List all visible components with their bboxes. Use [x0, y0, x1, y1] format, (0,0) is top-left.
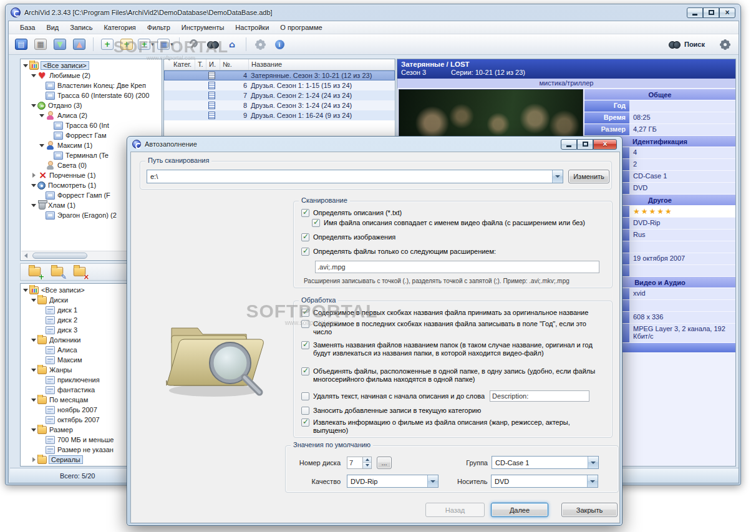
column-header[interactable]: №. — [220, 59, 249, 70]
tree-item[interactable]: <Все записи> — [21, 60, 162, 70]
collapse-icon[interactable] — [31, 295, 37, 305]
media-combo[interactable]: DVD — [491, 475, 598, 488]
search-button[interactable]: Поиск — [664, 39, 710, 50]
collapse-icon[interactable] — [39, 140, 46, 150]
expand-icon[interactable] — [31, 455, 37, 465]
checkbox[interactable] — [301, 418, 309, 427]
extensions-input[interactable] — [315, 261, 599, 273]
disc-number-stepper[interactable] — [363, 457, 372, 469]
delete-word-input[interactable] — [490, 390, 589, 402]
collapse-icon[interactable] — [22, 285, 29, 295]
tree-item[interactable]: Алиса (2) — [21, 110, 162, 120]
menu-item[interactable]: Категория — [99, 22, 140, 32]
wrench-icon[interactable] — [185, 36, 202, 52]
checkbox[interactable] — [301, 309, 309, 317]
database-icon[interactable]: ▤ — [12, 36, 30, 52]
close-button[interactable]: × — [719, 7, 735, 18]
dialog-minimize-button[interactable] — [561, 139, 577, 150]
add-category-icon[interactable]: + — [26, 264, 43, 280]
change-button[interactable]: Изменить — [568, 170, 609, 183]
tree-item[interactable]: Властелин Колец: Две Креп — [21, 80, 162, 90]
export-icon[interactable]: ▲ — [70, 36, 88, 52]
group-combo[interactable]: CD-Case 1 — [492, 456, 599, 469]
scroll-thumb[interactable] — [32, 253, 87, 259]
dialog-title-bar[interactable]: Автозаполнение × — [127, 137, 622, 152]
collapse-icon[interactable] — [31, 200, 37, 210]
autofill-icon[interactable]: +▾ — [137, 36, 155, 52]
spin-up-button[interactable] — [363, 457, 371, 463]
column-header[interactable]: И. — [206, 59, 220, 70]
collapse-icon[interactable] — [31, 335, 37, 345]
collapse-icon[interactable] — [31, 100, 37, 110]
collapse-icon[interactable] — [31, 425, 37, 435]
table-row[interactable]: 6Друзья. Сезон 1: 1-15 (15 из 24) — [164, 80, 395, 90]
title-bar[interactable]: ArchiVid 2.3.43 [C:\Program Files\ArchiV… — [6, 4, 740, 21]
home-icon[interactable]: ⌂ — [223, 36, 241, 52]
binoculars-icon[interactable] — [204, 36, 221, 52]
checkbox[interactable] — [301, 233, 309, 241]
quality-combo[interactable]: DVD-Rip — [347, 475, 439, 488]
dropdown-arrow-icon[interactable]: ▾ — [170, 41, 173, 47]
scroll-left-button[interactable] — [21, 252, 30, 259]
collapse-icon[interactable] — [22, 60, 29, 70]
checkbox[interactable] — [301, 341, 309, 349]
spin-down-button[interactable] — [363, 463, 371, 468]
checkbox[interactable] — [301, 209, 309, 217]
menu-item[interactable]: Запись — [65, 22, 97, 32]
disc-number-input[interactable] — [347, 457, 363, 469]
tree-item[interactable]: Отдано (3) — [21, 100, 162, 110]
collapse-icon[interactable] — [39, 110, 46, 120]
column-header[interactable]: Катег. — [164, 59, 195, 70]
minimize-button[interactable] — [687, 7, 703, 18]
tree-item[interactable]: Трасса 60 (Int — [21, 120, 162, 130]
collapse-icon[interactable] — [31, 70, 37, 80]
table-row[interactable]: 8Друзья. Сезон 3: 1-24 (24 из 24) — [164, 100, 395, 110]
next-button[interactable]: Далее — [491, 503, 548, 517]
collapse-icon[interactable] — [31, 395, 37, 405]
options-gear-icon[interactable] — [716, 36, 734, 52]
add-record-icon[interactable]: + — [99, 36, 116, 52]
records-icon[interactable]: ▦ — [32, 36, 49, 52]
dialog-maximize-button[interactable] — [577, 139, 593, 150]
menu-item[interactable]: Инструменты — [177, 22, 230, 32]
table-edit-icon[interactable]: ▦▾ — [157, 36, 174, 52]
checkbox[interactable] — [301, 407, 309, 415]
checkbox[interactable] — [301, 367, 309, 375]
collapse-icon[interactable] — [31, 365, 37, 375]
table-row[interactable]: 4Затерянные. Сезон 3: 10-21 (12 из 23) — [164, 70, 395, 80]
about-icon[interactable]: i — [271, 36, 288, 52]
add-folder-icon[interactable]: + — [118, 36, 135, 52]
combo-arrow-icon[interactable] — [587, 475, 598, 487]
tree-item[interactable]: Любимые (2) — [21, 70, 162, 80]
checkbox[interactable] — [301, 248, 309, 256]
column-header[interactable]: Название — [249, 59, 395, 70]
combo-arrow-icon[interactable] — [588, 457, 598, 468]
menu-item[interactable]: О программе — [275, 22, 327, 32]
menu-item[interactable]: Фильтр — [142, 22, 175, 32]
checkbox[interactable] — [301, 320, 309, 328]
menu-item[interactable]: База — [15, 22, 40, 32]
column-header[interactable]: Т. — [195, 59, 206, 70]
menu-item[interactable]: Настройки — [230, 22, 274, 32]
more-button[interactable]: ... — [377, 457, 392, 469]
import-icon[interactable]: ▼ — [51, 36, 69, 52]
close-dialog-button[interactable]: Закрыть — [561, 503, 618, 517]
maximize-button[interactable] — [703, 7, 719, 18]
tree-item[interactable]: Трасса 60 (Interstate 60) (200 — [21, 90, 162, 100]
checkbox[interactable] — [301, 392, 309, 400]
table-row[interactable]: 9Друзья. Сезон 1: 16-24 (9 из 24) — [164, 110, 395, 120]
checkbox[interactable] — [312, 219, 320, 227]
dialog-close-button[interactable]: × — [593, 139, 617, 150]
combo-arrow-icon[interactable] — [552, 170, 563, 183]
expand-icon[interactable] — [31, 170, 37, 180]
menu-item[interactable]: Вид — [41, 22, 64, 32]
scan-path-combo[interactable]: e:\ — [147, 170, 563, 183]
table-row[interactable]: 7Друзья. Сезон 2: 1-24 (24 из 24) — [164, 90, 395, 100]
collapse-icon[interactable] — [31, 180, 37, 190]
dropdown-arrow-icon[interactable]: ▾ — [151, 41, 154, 47]
settings-icon[interactable] — [251, 36, 269, 52]
combo-arrow-icon[interactable] — [427, 475, 438, 487]
delete-category-icon[interactable]: × — [70, 264, 88, 280]
tree-item-label: Терминал (Te — [65, 152, 109, 159]
edit-category-icon[interactable]: ✎ — [48, 264, 65, 280]
